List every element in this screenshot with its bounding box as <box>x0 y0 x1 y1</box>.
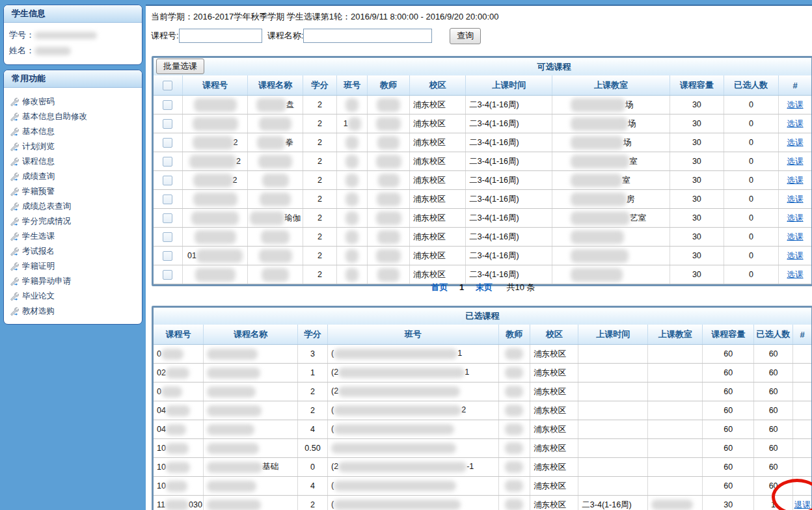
redacted-text <box>345 136 359 150</box>
sidebar-menu-item-13[interactable]: 学籍异动申请 <box>8 274 139 289</box>
sidebar-menu-item-6[interactable]: 成绩查询 <box>8 169 139 184</box>
student-info-panel-title: 学生信息 <box>4 5 142 23</box>
sidebar-menu-item-2[interactable]: 基本信息自助修改 <box>8 109 139 124</box>
visible-fragment: 10 <box>157 462 166 471</box>
select-course-link[interactable]: 选课 <box>787 176 804 185</box>
redacted-text <box>207 405 262 416</box>
row-checkbox[interactable] <box>163 138 172 148</box>
redacted-text <box>165 500 189 510</box>
visible-fragment: 2 <box>234 137 238 146</box>
menu-item-label: 修改密码 <box>22 96 55 107</box>
visible-fragment: 2 <box>236 156 241 165</box>
sidebar: 学生信息 学号： 姓名： 常用功能 修改密码基本信息自助修改基本信息计划浏览课程… <box>0 0 146 510</box>
table-cell: 30 <box>670 247 724 265</box>
select-course-link[interactable]: 选课 <box>787 157 804 166</box>
sidebar-menu-item-4[interactable]: 计划浏览 <box>8 139 139 154</box>
sidebar-menu-item-7[interactable]: 学籍预警 <box>8 184 139 199</box>
redacted-text <box>194 98 237 112</box>
course-no-input[interactable] <box>179 29 262 43</box>
table-cell <box>154 247 182 265</box>
table-cell: 2 <box>303 247 336 265</box>
select-course-link[interactable]: 选课 <box>787 213 804 222</box>
sidebar-menu-item-8[interactable]: 成绩总表查询 <box>8 199 139 214</box>
first-page-link[interactable]: 首页 <box>431 282 448 292</box>
course-name-input[interactable] <box>303 29 432 43</box>
table-cell <box>647 401 703 420</box>
available-course-row-3: 2拳2浦东校区二3-4(1-16周)场300选课 <box>154 133 811 152</box>
menu-item-label: 基本信息自助修改 <box>22 111 87 122</box>
column-header: 班号 <box>328 325 499 345</box>
table-cell: 10 <box>154 439 203 458</box>
row-checkbox[interactable] <box>163 213 172 223</box>
select-course-link[interactable]: 选课 <box>787 100 804 109</box>
table-cell: 浦东校区 <box>530 420 578 439</box>
wrench-icon <box>9 232 19 241</box>
table-cell: 浦东校区 <box>409 133 466 152</box>
table-cell: 浦东校区 <box>530 345 578 364</box>
row-checkbox[interactable] <box>163 232 172 242</box>
sidebar-menu-item-9[interactable]: 学分完成情况 <box>8 214 139 229</box>
query-button[interactable]: 查询 <box>450 28 481 44</box>
visible-fragment: 1 <box>465 368 469 377</box>
select-all-checkbox[interactable] <box>163 81 172 90</box>
select-course-link[interactable]: 选课 <box>787 138 804 147</box>
column-header: 学分 <box>297 325 327 345</box>
select-course-link[interactable]: 选课 <box>787 270 804 279</box>
wrench-icon <box>9 187 19 196</box>
select-course-link[interactable]: 选课 <box>787 195 804 204</box>
redacted-text <box>571 174 622 187</box>
sidebar-menu-item-1[interactable]: 修改密码 <box>8 94 139 109</box>
table-cell <box>578 458 648 477</box>
redacted-text <box>376 117 401 131</box>
select-course-link[interactable]: 选课 <box>787 232 804 241</box>
redacted-text <box>376 155 401 168</box>
last-page-link[interactable]: 末页 <box>476 282 493 292</box>
table-cell: 2 <box>303 190 336 209</box>
batch-select-button[interactable]: 批量选课 <box>156 59 204 74</box>
table-cell: 30 <box>670 96 724 114</box>
table-cell: 浦东校区 <box>530 401 578 420</box>
row-checkbox[interactable] <box>163 251 172 261</box>
row-checkbox[interactable] <box>163 119 172 129</box>
row-checkbox[interactable] <box>163 176 172 185</box>
table-cell: 60 <box>753 401 792 420</box>
table-cell: 30 <box>670 133 724 152</box>
student-info-panel: 学生信息 学号： 姓名： <box>3 5 142 65</box>
table-cell <box>154 228 182 247</box>
sidebar-menu-item-11[interactable]: 考试报名 <box>8 244 139 259</box>
sidebar-menu-item-10[interactable]: 学生选课 <box>8 229 139 244</box>
row-checkbox[interactable] <box>163 270 172 280</box>
table-cell <box>368 190 409 209</box>
table-cell <box>337 209 368 228</box>
select-course-link[interactable]: 选课 <box>787 251 804 260</box>
visible-fragment: 艺室 <box>630 213 646 222</box>
table-cell <box>793 477 811 496</box>
table-cell <box>203 420 297 439</box>
common-functions-panel: 常用功能 修改密码基本信息自助修改基本信息计划浏览课程信息成绩查询学籍预警成绩总… <box>3 70 142 325</box>
table-cell: 1 <box>753 496 792 510</box>
row-checkbox[interactable] <box>163 195 172 204</box>
visible-fragment: 04 <box>157 405 166 414</box>
redacted-text <box>161 386 182 397</box>
redacted-text <box>505 480 523 492</box>
select-course-link[interactable]: 选课 <box>787 119 804 128</box>
table-cell: 选课 <box>779 133 811 152</box>
table-cell <box>498 382 530 401</box>
menu-item-label: 考试报名 <box>22 246 55 257</box>
table-cell: 2 <box>303 228 336 247</box>
sidebar-menu-item-14[interactable]: 毕业论文 <box>8 289 139 304</box>
sidebar-menu-item-12[interactable]: 学籍证明 <box>8 259 139 274</box>
row-checkbox[interactable] <box>163 100 172 110</box>
wrench-icon <box>9 157 19 167</box>
table-cell: 0 <box>724 171 779 190</box>
sidebar-menu-item-3[interactable]: 基本信息 <box>8 124 139 139</box>
sidebar-menu-item-5[interactable]: 课程信息 <box>8 154 139 169</box>
table-cell <box>793 439 811 458</box>
sidebar-menu-item-15[interactable]: 教材选购 <box>8 304 139 319</box>
row-checkbox[interactable] <box>163 157 172 167</box>
table-cell <box>248 171 303 190</box>
redacted-text <box>207 462 262 473</box>
redacted-text <box>505 461 523 473</box>
drop-course-link[interactable]: 退课 <box>794 500 811 509</box>
menu-item-label: 课程信息 <box>22 156 55 167</box>
